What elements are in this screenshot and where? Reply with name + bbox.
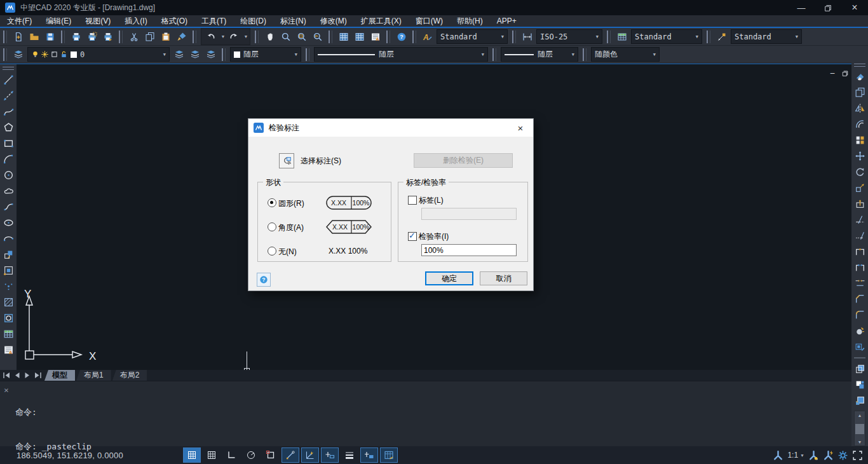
construction-line-button[interactable] (1, 88, 16, 104)
scroll-down-icon[interactable]: ▼ (855, 438, 865, 446)
cancel-button[interactable]: 取消 (480, 271, 527, 285)
spline-button[interactable] (1, 199, 16, 215)
join-button[interactable] (852, 275, 867, 291)
dialog-close-button[interactable]: × (508, 123, 533, 133)
toolbar-grip[interactable] (3, 48, 7, 61)
toolbar-grip[interactable] (193, 31, 196, 43)
arc-button[interactable] (1, 151, 16, 167)
annotation-monitor-toggle[interactable] (380, 447, 398, 463)
break-at-point-button[interactable] (852, 243, 867, 259)
menu-dimension[interactable]: 标注(N) (273, 15, 313, 27)
polar-toggle[interactable] (242, 447, 260, 463)
tab-model[interactable]: 模型 (44, 370, 75, 381)
dialog-help-button[interactable] (257, 273, 271, 287)
grid-toggle[interactable] (183, 447, 201, 463)
label-checkbox-label[interactable]: 标签(L) (419, 195, 444, 206)
command-line-panel[interactable]: × 命令: 命令: _pasteclip 指定插入点: *取消* 命令: DIM… (0, 381, 868, 446)
erase-button[interactable] (852, 69, 867, 85)
dim-style-select[interactable]: ISO-25▼ (536, 29, 602, 44)
scrollbar-track[interactable] (855, 419, 865, 438)
edit-block-button[interactable] (852, 339, 867, 355)
dynamic-ucs-toggle[interactable] (360, 447, 378, 463)
menu-edit[interactable]: 编辑(E) (39, 15, 78, 27)
menu-window[interactable]: 窗口(W) (409, 15, 450, 27)
point-button[interactable] (1, 278, 16, 294)
tool-palettes-button[interactable] (367, 29, 383, 44)
next-tab-icon[interactable] (23, 372, 32, 379)
plot-style-select[interactable]: 随颜色 ▼ (591, 47, 660, 62)
menu-express[interactable]: 扩展工具(X) (354, 15, 409, 27)
layer-freeze-icon[interactable] (41, 50, 49, 58)
mdi-minimize-button[interactable]: – (831, 69, 835, 77)
boundary-button[interactable] (1, 310, 16, 326)
array-button[interactable] (852, 132, 867, 148)
dim-style-button[interactable] (519, 29, 535, 44)
polygon-button[interactable] (1, 119, 16, 135)
shape-angular-label[interactable]: 角度(A) (278, 222, 304, 233)
draw-order-back-button[interactable] (852, 377, 867, 393)
layer-states-button[interactable] (203, 47, 219, 62)
circle-button[interactable] (1, 167, 16, 183)
toolbar-grip[interactable] (61, 31, 65, 43)
menu-draw[interactable]: 绘图(D) (233, 15, 273, 27)
revision-cloud-button[interactable] (1, 183, 16, 199)
table-button[interactable] (1, 326, 16, 342)
annotation-scale-select[interactable]: 1:1▼ (787, 451, 804, 460)
hatch-button[interactable] (1, 294, 16, 310)
scroll-up-icon[interactable]: ▲ (855, 411, 865, 419)
text-style-select[interactable]: Standard▼ (437, 29, 508, 44)
ellipse-button[interactable] (1, 215, 16, 231)
layer-frame-icon[interactable] (50, 50, 58, 58)
make-current-layer-button[interactable] (171, 47, 187, 62)
layer-previous-button[interactable] (187, 47, 203, 62)
design-center-button[interactable] (351, 29, 367, 44)
toolbar-grip[interactable] (583, 48, 587, 61)
zoom-realtime-button[interactable] (278, 29, 294, 44)
save-button[interactable] (42, 29, 58, 44)
fullscreen-icon[interactable] (852, 450, 863, 461)
mleader-style-select[interactable]: Standard▼ (731, 29, 802, 44)
break-button[interactable] (852, 259, 867, 275)
new-button[interactable] (10, 29, 26, 44)
toolbar-grip[interactable] (386, 31, 390, 43)
polyline-button[interactable] (1, 104, 16, 119)
layer-select[interactable]: 0 ▼ (27, 47, 170, 62)
close-button[interactable]: × (841, 0, 868, 15)
last-tab-icon[interactable] (33, 372, 42, 379)
menu-tools[interactable]: 工具(T) (194, 15, 233, 27)
previous-tab-icon[interactable] (13, 372, 22, 379)
restore-button[interactable] (815, 0, 841, 15)
toolbar-grip[interactable] (492, 48, 496, 61)
layer-properties-button[interactable] (10, 47, 26, 62)
mirror-button[interactable] (852, 100, 867, 116)
annotation-visibility-icon[interactable] (808, 450, 819, 461)
toolbar-grip[interactable] (3, 67, 14, 70)
paste-button[interactable] (158, 29, 173, 44)
menu-format[interactable]: 格式(O) (154, 15, 194, 27)
lineweight-select[interactable]: 随层 ▼ (501, 47, 578, 62)
toolbar-grip[interactable] (3, 31, 7, 43)
chamfer-button[interactable] (852, 291, 867, 307)
shape-angular-radio[interactable] (268, 222, 276, 231)
toolbar-grip[interactable] (412, 31, 416, 43)
select-dimension-button[interactable] (279, 153, 294, 168)
copy-button[interactable] (142, 29, 158, 44)
menu-insert[interactable]: 插入(I) (118, 15, 154, 27)
auto-annotation-icon[interactable] (823, 450, 834, 461)
ok-button[interactable]: 确定 (425, 271, 473, 285)
layer-lock-icon[interactable] (60, 50, 68, 58)
toolbar-grip[interactable] (306, 48, 309, 61)
rectangle-button[interactable] (1, 135, 16, 151)
rotate-button[interactable] (852, 164, 867, 180)
color-select[interactable]: 随层 ▼ (230, 47, 301, 62)
draw-order-front-button[interactable] (852, 361, 867, 377)
help-button[interactable] (393, 29, 409, 44)
mleader-style-button[interactable] (714, 29, 729, 44)
draw-order-bottom-button[interactable] (852, 393, 867, 409)
tab-layout1[interactable]: 布局1 (76, 370, 111, 381)
osnap-toggle[interactable] (262, 447, 280, 463)
menu-view[interactable]: 视图(V) (78, 15, 118, 27)
linetype-select[interactable]: 随层 ▼ (314, 47, 488, 62)
toolbar-grip[interactable] (512, 31, 516, 43)
mdi-restore-button[interactable] (841, 69, 849, 77)
